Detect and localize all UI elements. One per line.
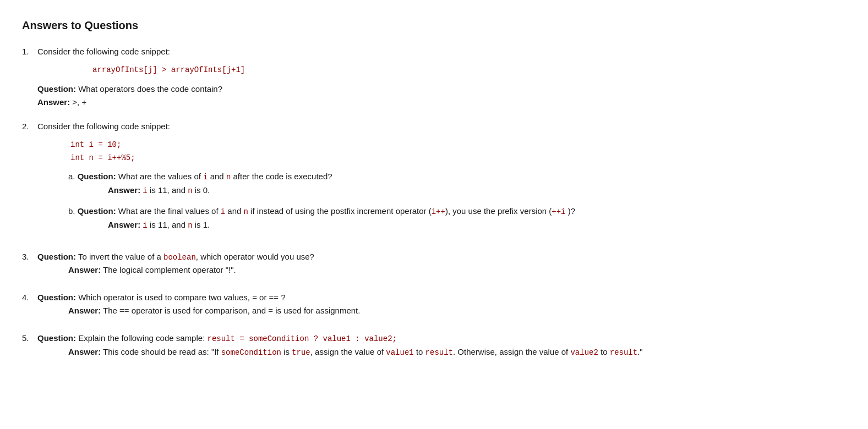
question-label: Question: bbox=[78, 206, 116, 216]
item-content: Consider the following code snippet: arr… bbox=[37, 45, 846, 109]
answer-label: Answer: bbox=[37, 97, 70, 107]
answer-text: This code should be read as: "If someCon… bbox=[103, 347, 643, 356]
question-text: What are the values of i and n after the… bbox=[118, 172, 332, 181]
answer-text: i is 11, and n is 1. bbox=[143, 220, 210, 229]
item-number: 3. bbox=[22, 250, 37, 280]
code-inline: result = someCondition ? value1 : value2… bbox=[207, 334, 396, 343]
question-label: Question: bbox=[37, 333, 76, 343]
question-label: Question: bbox=[78, 172, 116, 181]
answer-label: Answer: bbox=[68, 347, 101, 356]
code-inline: i++ bbox=[432, 207, 445, 216]
item-content: Question: To invert the value of a boole… bbox=[37, 250, 846, 280]
item-number: 2. bbox=[22, 120, 37, 239]
answer-text: The == operator is used for comparison, … bbox=[103, 306, 360, 315]
qa-question: Question: What operators does the code c… bbox=[37, 82, 846, 96]
item-number: 1. bbox=[22, 45, 37, 109]
qa-answer: Answer: >, + bbox=[37, 96, 846, 109]
code-inline: true bbox=[292, 348, 310, 357]
question-label: Question: bbox=[37, 84, 76, 94]
list-item: 4. Question: Which operator is used to c… bbox=[22, 291, 846, 321]
code-inline: i bbox=[143, 221, 147, 230]
code-line: arrayOfInts[j] > arrayOfInts[j+1] bbox=[92, 65, 245, 74]
question-text: What operators does the code contain? bbox=[78, 84, 222, 94]
code-inline: value2 bbox=[570, 348, 598, 357]
code-block: arrayOfInts[j] > arrayOfInts[j+1] bbox=[92, 64, 846, 77]
answer-label: Answer: bbox=[108, 185, 140, 195]
answer-text: >, + bbox=[72, 97, 86, 107]
item-number: 5. bbox=[22, 332, 37, 362]
list-item: 5. Question: Explain the following code … bbox=[22, 332, 846, 362]
question-text: What are the final values of i and n if … bbox=[118, 206, 575, 216]
intro-text: Consider the following code snippet: bbox=[37, 45, 846, 58]
code-line: int n = i++%5; bbox=[70, 152, 846, 165]
sub-item-a: a. Question: What are the values of i an… bbox=[68, 170, 846, 197]
qa-question: Question: Which operator is used to comp… bbox=[37, 291, 846, 304]
question-label: Question: bbox=[37, 293, 76, 302]
code-inline: i bbox=[203, 173, 208, 182]
qa-question: Question: Explain the following code sam… bbox=[37, 332, 846, 345]
answer-label: Answer: bbox=[68, 306, 101, 315]
code-inline: i bbox=[221, 207, 225, 216]
answer-text: The logical complement operator "!". bbox=[103, 265, 236, 274]
list-item: 3. Question: To invert the value of a bo… bbox=[22, 250, 846, 280]
page-title: Answers to Questions bbox=[22, 16, 846, 34]
sub-prefix: a. bbox=[68, 172, 75, 181]
answer-label: Answer: bbox=[68, 265, 101, 274]
sub-prefix: b. bbox=[68, 206, 75, 216]
code-inline: someCondition bbox=[221, 348, 281, 357]
item-content: Question: Which operator is used to comp… bbox=[37, 291, 846, 321]
qa-question: Question: To invert the value of a boole… bbox=[37, 250, 846, 263]
code-inline: n bbox=[188, 186, 192, 195]
code-inline: i bbox=[143, 186, 147, 195]
intro-text: Consider the following code snippet: bbox=[37, 120, 846, 133]
code-inline: n bbox=[226, 173, 231, 182]
item-content: Consider the following code snippet: int… bbox=[37, 120, 846, 239]
qa-answer: Answer: This code should be read as: "If… bbox=[68, 345, 846, 359]
sub-question: b. Question: What are the final values o… bbox=[68, 205, 846, 218]
item-number: 4. bbox=[22, 291, 37, 321]
code-inline: value1 bbox=[386, 348, 413, 357]
item-content: Question: Explain the following code sam… bbox=[37, 332, 846, 362]
qa-answer: Answer: The logical complement operator … bbox=[68, 263, 846, 277]
code-block: int i = 10; int n = i++%5; bbox=[70, 139, 846, 165]
qa-answer: Answer: The == operator is used for comp… bbox=[68, 304, 846, 317]
question-text: Which operator is used to compare two va… bbox=[78, 293, 285, 302]
code-inline: ++i bbox=[552, 207, 565, 216]
list-item: 1. Consider the following code snippet: … bbox=[22, 45, 846, 109]
answer-text: i is 11, and n is 0. bbox=[143, 185, 210, 195]
code-inline: boolean bbox=[163, 253, 196, 262]
sub-question: a. Question: What are the values of i an… bbox=[68, 170, 846, 183]
answer-label: Answer: bbox=[108, 220, 140, 229]
question-text: To invert the value of a boolean, which … bbox=[78, 252, 314, 261]
code-inline: result bbox=[610, 348, 637, 357]
code-inline: n bbox=[244, 207, 248, 216]
code-inline: result bbox=[425, 348, 453, 357]
sub-item-b: b. Question: What are the final values o… bbox=[68, 205, 846, 232]
code-inline: n bbox=[188, 221, 192, 230]
question-label: Question: bbox=[37, 252, 76, 261]
question-text: Explain the following code sample: resul… bbox=[78, 333, 397, 343]
sub-answer: Answer: i is 11, and n is 1. bbox=[108, 218, 846, 232]
code-line: int i = 10; bbox=[70, 139, 846, 152]
list-item: 2. Consider the following code snippet: … bbox=[22, 120, 846, 239]
sub-answer: Answer: i is 11, and n is 0. bbox=[108, 184, 846, 197]
